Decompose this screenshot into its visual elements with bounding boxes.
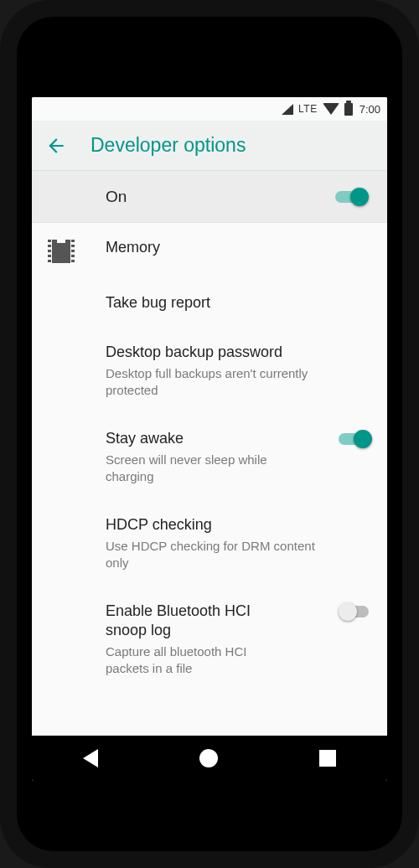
battery-icon <box>344 103 353 116</box>
setting-row-hdcp[interactable]: HDCP checkingUse HDCP checking for DRM c… <box>32 500 387 586</box>
toggle-switch-stay-awake[interactable] <box>339 429 372 449</box>
status-bar: LTE 7:00 <box>32 97 387 121</box>
nav-home-button[interactable] <box>199 749 218 767</box>
setting-row-stay-awake[interactable]: Stay awakeScreen will never sleep while … <box>32 414 387 500</box>
navigation-bar <box>32 736 387 781</box>
setting-title: Desktop backup password <box>106 343 322 362</box>
cell-signal-icon <box>282 104 293 115</box>
settings-list[interactable]: MemoryTake bug reportDesktop backup pass… <box>32 223 387 736</box>
setting-title: HDCP checking <box>106 515 322 535</box>
phone-inner: LTE 7:00 Developer options On <box>17 17 402 851</box>
screen: LTE 7:00 Developer options On <box>32 97 387 781</box>
toggle-switch-bt-snoop[interactable] <box>339 602 372 622</box>
chip-icon <box>52 240 70 263</box>
setting-row-bugreport[interactable]: Take bug report <box>32 278 387 328</box>
page-title: Developer options <box>91 134 246 157</box>
master-toggle-switch[interactable] <box>335 187 369 207</box>
setting-row-bt-snoop[interactable]: Enable Bluetooth HCI snoop logCapture al… <box>32 586 387 692</box>
nav-recent-button[interactable] <box>319 750 336 767</box>
phone-frame: LTE 7:00 Developer options On <box>0 0 419 868</box>
app-bar: Developer options <box>32 121 387 171</box>
setting-subtitle: Use HDCP checking for DRM content only <box>106 538 322 572</box>
setting-title: Enable Bluetooth HCI snoop log <box>106 602 282 641</box>
setting-row-backup-pw[interactable]: Desktop backup passwordDesktop full back… <box>32 328 387 414</box>
setting-subtitle: Capture all bluetooth HCI packets in a f… <box>106 643 290 678</box>
setting-title: Stay awake <box>106 429 322 448</box>
setting-title: Memory <box>106 238 322 257</box>
setting-title: Take bug report <box>106 293 322 313</box>
network-type-label: LTE <box>298 103 318 115</box>
setting-subtitle: Screen will never sleep while charging <box>106 452 307 486</box>
wifi-icon <box>323 103 339 115</box>
setting-subtitle: Desktop full backups aren't currently pr… <box>106 365 322 400</box>
arrow-back-icon <box>45 135 67 157</box>
master-toggle-label: On <box>106 188 127 206</box>
setting-row-memory[interactable]: Memory <box>32 223 387 278</box>
back-button[interactable] <box>45 135 67 157</box>
clock-label: 7:00 <box>360 103 380 116</box>
nav-back-button[interactable] <box>83 749 98 767</box>
master-toggle-row[interactable]: On <box>32 171 387 223</box>
